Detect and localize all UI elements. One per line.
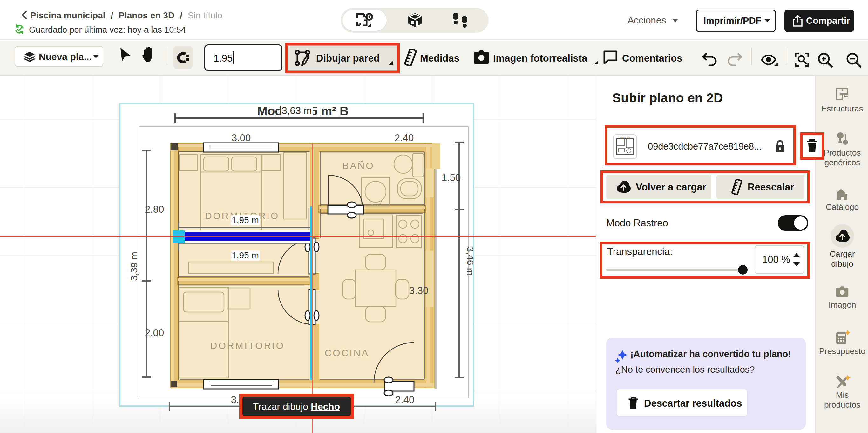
svg-text:Trazar dibujo Hecho: Trazar dibujo Hecho [253,401,340,412]
svg-text:DORMITORIO: DORMITORIO [210,340,285,351]
svg-text:3,46 m: 3,46 m [465,247,476,276]
svg-text:1,95 m: 1,95 m [231,215,259,225]
svg-text:3,63 m: 3,63 m [282,105,312,116]
svg-text:Modelo 25 m B: Modelo 25 m B [620,136,630,138]
svg-text:3.00: 3.00 [231,132,251,143]
svg-text:2.00: 2.00 [145,327,164,338]
svg-text:2.80: 2.80 [145,204,164,215]
svg-text:3,39 m: 3,39 m [129,252,139,281]
svg-text:2.40: 2.40 [395,394,414,405]
svg-text:3.30: 3.30 [409,285,428,296]
svg-text:2.40: 2.40 [395,132,414,143]
svg-text:COCINA: COCINA [325,347,370,358]
svg-text:BAÑO: BAÑO [342,160,374,171]
svg-text:1,95 m: 1,95 m [231,251,259,260]
svg-text:1.50: 1.50 [442,172,461,183]
